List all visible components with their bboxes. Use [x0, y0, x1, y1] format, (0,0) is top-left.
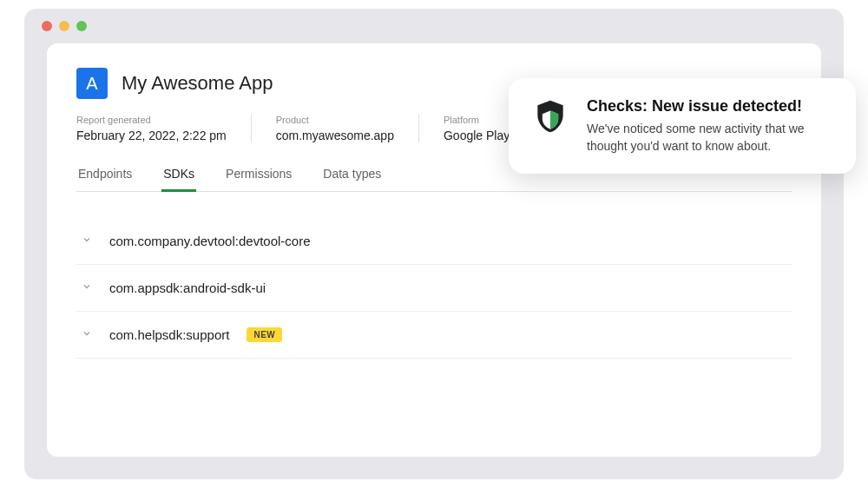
- meta-label: Report generated: [76, 115, 227, 125]
- meta-label: Platform: [444, 115, 510, 125]
- meta-value: com.myawesome.app: [276, 129, 394, 142]
- tab-permissions[interactable]: Permissions: [224, 158, 293, 192]
- toast-content: Checks: New issue detected! We've notice…: [587, 97, 833, 155]
- sdk-row[interactable]: com.appsdk:android-sdk-ui: [76, 265, 792, 312]
- app-icon: A: [76, 68, 108, 99]
- maximize-icon[interactable]: [76, 21, 87, 31]
- meta-product: Product com.myawesome.app: [251, 115, 418, 142]
- chevron-down-icon: [82, 281, 92, 294]
- minimize-icon[interactable]: [59, 21, 69, 31]
- app-title: My Awesome App: [122, 72, 273, 95]
- toast-body: We've noticed some new activity that we …: [587, 121, 833, 155]
- sdk-row[interactable]: com.helpsdk:support NEW: [76, 312, 792, 359]
- meta-value: February 22, 2022, 2:22 pm: [76, 129, 227, 142]
- window-titlebar: [24, 9, 844, 43]
- close-icon[interactable]: [42, 21, 52, 31]
- sdk-name: com.company.devtool:devtool-core: [109, 234, 311, 248]
- tab-endpoints[interactable]: Endpoints: [76, 158, 134, 192]
- sdk-row[interactable]: com.company.devtool:devtool-core: [76, 218, 792, 265]
- shield-icon: [531, 97, 569, 139]
- sdk-name: com.appsdk:android-sdk-ui: [109, 280, 266, 295]
- sdk-name: com.helpsdk:support: [109, 327, 229, 342]
- sdk-list: com.company.devtool:devtool-core com.app…: [76, 218, 792, 359]
- meta-value: Google Play: [444, 129, 510, 142]
- tab-sdks[interactable]: SDKs: [161, 158, 196, 192]
- toast-title: Checks: New issue detected!: [587, 97, 833, 115]
- new-badge: NEW: [247, 327, 282, 342]
- toast-notification[interactable]: Checks: New issue detected! We've notice…: [509, 78, 856, 174]
- meta-label: Product: [276, 115, 394, 125]
- tab-data-types[interactable]: Data types: [321, 158, 383, 192]
- meta-report-generated: Report generated February 22, 2022, 2:22…: [76, 115, 251, 142]
- chevron-down-icon: [82, 234, 92, 247]
- chevron-down-icon: [82, 328, 92, 341]
